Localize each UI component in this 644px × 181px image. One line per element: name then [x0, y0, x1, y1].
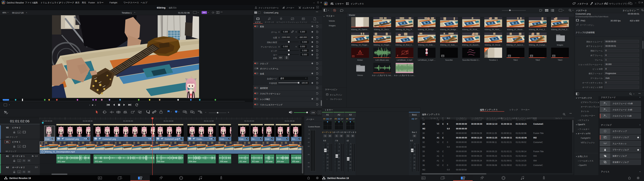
svg-text:0: 0	[606, 116, 606, 117]
svg-text:+3: +3	[606, 104, 607, 104]
svg-text:-3: -3	[606, 110, 606, 111]
